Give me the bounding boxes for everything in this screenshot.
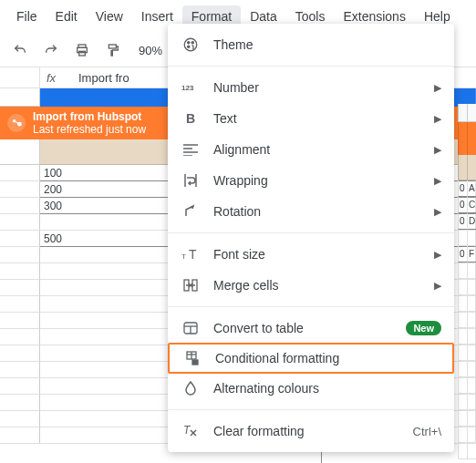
- menu-label: Conditional formatting: [215, 351, 339, 365]
- row-number[interactable]: [0, 296, 40, 313]
- row-number[interactable]: [0, 280, 40, 296]
- format-menu: Theme 123 Number ▶ B Text ▶ Alignment ▶ …: [168, 24, 454, 452]
- merge-icon: [181, 276, 201, 294]
- menu-file[interactable]: File: [7, 5, 47, 27]
- menu-item-text[interactable]: B Text ▶: [168, 103, 454, 134]
- chevron-right-icon: ▶: [434, 113, 441, 125]
- menu-item-rotation[interactable]: Rotation ▶: [168, 196, 454, 227]
- hubspot-icon: [7, 114, 26, 132]
- number-icon: 123: [181, 78, 201, 97]
- menu-label: Text: [213, 111, 237, 126]
- shortcut-label: Ctrl+\: [413, 425, 441, 438]
- chevron-right-icon: ▶: [434, 144, 441, 156]
- cell[interactable]: 0: [458, 180, 467, 197]
- svg-text:123: 123: [181, 84, 194, 92]
- chevron-right-icon: ▶: [434, 82, 441, 94]
- menu-item-clear-formatting[interactable]: T Clear formatting Ctrl+\: [168, 416, 454, 447]
- banner-text: Import from Hubspot Last refreshed just …: [33, 110, 146, 137]
- chevron-right-icon: ▶: [434, 206, 441, 218]
- bold-icon: B: [181, 109, 201, 128]
- row-number[interactable]: [0, 395, 40, 411]
- row-number[interactable]: [0, 329, 40, 345]
- theme-icon: [181, 36, 201, 54]
- wrapping-icon: [181, 171, 201, 190]
- redo-button[interactable]: [40, 39, 62, 61]
- fx-label: fx: [40, 71, 62, 85]
- banner-title: Import from Hubspot: [33, 110, 146, 123]
- row-number[interactable]: [0, 231, 40, 247]
- formula-input[interactable]: Import fro: [62, 71, 129, 85]
- row-number[interactable]: [0, 198, 40, 214]
- banner-subtitle: Last refreshed just now: [33, 123, 146, 136]
- menu-view[interactable]: View: [87, 5, 132, 27]
- rotation-icon: [181, 202, 201, 221]
- cell[interactable]: F: [467, 246, 476, 262]
- menu-item-alignment[interactable]: Alignment ▶: [168, 134, 454, 165]
- new-badge: New: [406, 321, 441, 335]
- chevron-right-icon: ▶: [434, 280, 441, 292]
- menu-item-merge[interactable]: Merge cells ▶: [168, 270, 454, 301]
- menu-item-theme[interactable]: Theme: [168, 29, 454, 60]
- svg-text:T: T: [189, 248, 197, 261]
- row-number[interactable]: [0, 247, 40, 263]
- menu-label: Alignment: [213, 142, 270, 157]
- svg-point-8: [191, 42, 193, 44]
- table-icon: [181, 319, 201, 337]
- chevron-right-icon: ▶: [434, 175, 441, 187]
- menu-label: Convert to table: [213, 321, 304, 335]
- menu-label: Clear formatting: [213, 424, 305, 438]
- menu-label: Merge cells: [213, 278, 279, 293]
- row-number[interactable]: [0, 345, 40, 362]
- chevron-right-icon: ▶: [434, 249, 441, 261]
- menu-item-alternating[interactable]: Alternating colours: [168, 373, 454, 404]
- print-button[interactable]: [71, 39, 93, 61]
- menu-label: Font size: [213, 247, 265, 262]
- menu-edit[interactable]: Edit: [47, 5, 87, 27]
- select-all-cell[interactable]: [0, 88, 40, 107]
- row-number[interactable]: [0, 313, 40, 329]
- zoom-level[interactable]: 90%: [133, 44, 162, 57]
- cell[interactable]: [458, 230, 467, 246]
- clear-format-icon: T: [181, 422, 201, 440]
- svg-text:T: T: [181, 252, 186, 261]
- droplet-icon: [181, 379, 201, 397]
- svg-rect-3: [109, 45, 116, 48]
- paint-format-button[interactable]: [102, 39, 124, 61]
- row-number[interactable]: [0, 263, 40, 280]
- conditional-format-icon: [182, 349, 202, 367]
- right-columns-partial: 0 0 0 0: [458, 104, 467, 459]
- svg-rect-28: [192, 360, 198, 365]
- row-number[interactable]: [0, 165, 40, 181]
- menu-label: Theme: [213, 37, 254, 52]
- svg-point-6: [184, 38, 197, 51]
- svg-text:B: B: [186, 112, 195, 125]
- row-number[interactable]: [0, 378, 40, 395]
- menu-label: Rotation: [213, 204, 261, 219]
- row-number[interactable]: [0, 139, 40, 165]
- cell[interactable]: 0: [458, 213, 467, 230]
- alignment-icon: [181, 140, 201, 159]
- menu-item-wrapping[interactable]: Wrapping ▶: [168, 165, 454, 196]
- row-number[interactable]: [0, 214, 40, 231]
- cell[interactable]: 0: [458, 246, 467, 262]
- row-number[interactable]: [0, 427, 40, 444]
- cell[interactable]: 0: [458, 197, 467, 213]
- cell[interactable]: C: [467, 197, 476, 213]
- menu-item-conditional-formatting[interactable]: Conditional formatting: [168, 343, 454, 374]
- undo-button[interactable]: [9, 39, 31, 61]
- menu-item-fontsize[interactable]: TT Font size ▶: [168, 239, 454, 270]
- name-box[interactable]: [0, 67, 40, 87]
- menu-item-convert-table[interactable]: Convert to table New: [168, 313, 454, 344]
- row-number[interactable]: [0, 181, 40, 198]
- cell[interactable]: A: [467, 180, 476, 197]
- right-columns-partial2: A C D F: [467, 104, 476, 459]
- svg-point-7: [188, 42, 190, 44]
- row-number[interactable]: [0, 362, 40, 378]
- row-number[interactable]: [0, 411, 40, 427]
- cell[interactable]: D: [467, 213, 476, 230]
- menu-item-number[interactable]: 123 Number ▶: [168, 72, 454, 103]
- svg-point-9: [188, 46, 190, 47]
- menu-label: Wrapping: [213, 173, 268, 188]
- menu-label: Number: [213, 80, 259, 95]
- menu-label: Alternating colours: [213, 381, 319, 396]
